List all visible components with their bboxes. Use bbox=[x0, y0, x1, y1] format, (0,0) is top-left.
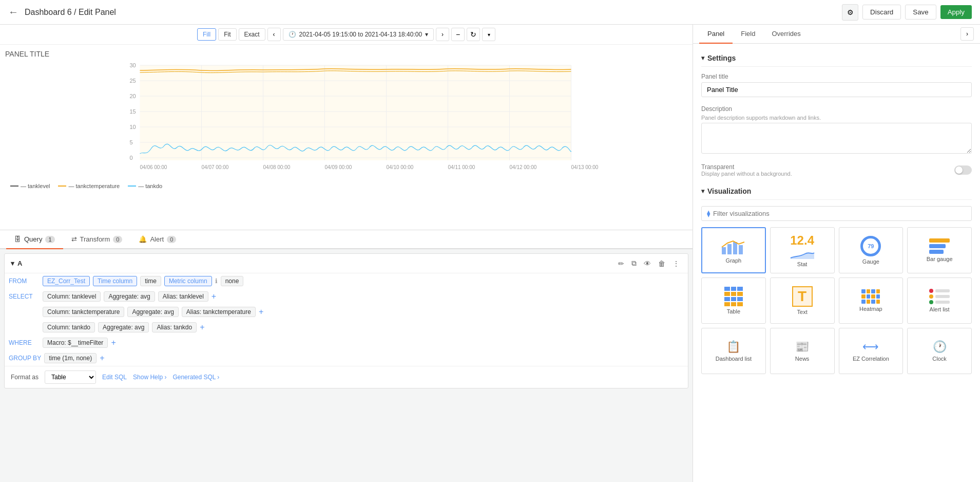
stat-viz-value: 12.4 bbox=[790, 233, 814, 248]
settings-button[interactable]: ⚙ bbox=[842, 4, 858, 21]
agg3-chip[interactable]: Aggregate: avg bbox=[98, 322, 149, 332]
description-textarea[interactable] bbox=[701, 123, 972, 154]
svg-rect-7 bbox=[140, 65, 571, 160]
viz-card-heatmap[interactable]: Heatmap bbox=[839, 277, 904, 324]
viz-card-graph[interactable]: Graph bbox=[701, 227, 766, 273]
visualization-section-header[interactable]: ▾ Visualization bbox=[701, 183, 972, 200]
main-layout: Fill Fit Exact ‹ 🕐 2021-04-05 19:15:00 t… bbox=[0, 25, 980, 482]
fill-button[interactable]: Fill bbox=[197, 28, 216, 41]
zoom-out-button[interactable]: − bbox=[451, 28, 465, 41]
transparent-toggle[interactable] bbox=[954, 165, 972, 175]
svg-text:5: 5 bbox=[130, 139, 133, 145]
toggle-visibility-button[interactable]: 👁 bbox=[642, 258, 653, 269]
tab-alert[interactable]: 🔔 Alert 0 bbox=[130, 230, 184, 249]
discard-button[interactable]: Discard bbox=[862, 5, 901, 20]
filter-viz-input[interactable] bbox=[713, 210, 966, 217]
viz-card-stat[interactable]: 12.4 Stat bbox=[770, 227, 835, 273]
settings-section-header[interactable]: ▾ Settings bbox=[701, 50, 972, 67]
where-value-chip[interactable]: Macro: $__timeFilter bbox=[43, 338, 108, 348]
edit-sql-link[interactable]: Edit SQL bbox=[102, 374, 127, 381]
col2-chip[interactable]: Column: tankctemperature bbox=[43, 307, 124, 317]
time-range-selector[interactable]: 🕐 2021-04-05 19:15:00 to 2021-04-13 18:4… bbox=[283, 28, 434, 41]
panel-title-input[interactable] bbox=[701, 82, 972, 97]
viz-card-clock[interactable]: 🕐 Clock bbox=[907, 328, 972, 374]
format-select[interactable]: Table Time series bbox=[45, 370, 96, 384]
alias2-chip[interactable]: Alias: tankctemperature bbox=[182, 307, 256, 317]
right-tab-panel[interactable]: Panel bbox=[699, 25, 733, 44]
svg-rect-30 bbox=[722, 247, 726, 254]
add-where-button[interactable]: + bbox=[111, 338, 116, 347]
refresh-button[interactable]: ↻ bbox=[467, 28, 480, 41]
agg2-chip[interactable]: Aggregate: avg bbox=[127, 307, 178, 317]
transparent-label: Transparent bbox=[701, 163, 792, 171]
viz-card-gauge[interactable]: 79 Gauge bbox=[839, 227, 904, 273]
edit-query-button[interactable]: ✏ bbox=[616, 258, 626, 269]
metric-column-label-chip[interactable]: Metric column bbox=[164, 276, 212, 286]
query-badge: 1 bbox=[45, 236, 54, 243]
generated-sql-link[interactable]: Generated SQL › bbox=[172, 374, 219, 381]
filter-visualizations[interactable]: ⧫ bbox=[701, 206, 972, 221]
chart-area: Fill Fit Exact ‹ 🕐 2021-04-05 19:15:00 t… bbox=[0, 25, 693, 230]
svg-text:30: 30 bbox=[130, 62, 136, 68]
viz-card-text[interactable]: T Text bbox=[770, 277, 835, 324]
alias3-chip[interactable]: Alias: tankdo bbox=[152, 322, 197, 332]
copy-query-button[interactable]: ⧉ bbox=[629, 258, 639, 269]
dashboard-list-viz-label: Dashboard list bbox=[716, 356, 752, 362]
viz-card-table[interactable]: Table bbox=[701, 277, 766, 324]
time-column-value-chip[interactable]: time bbox=[140, 276, 161, 286]
chart-svg: 30 25 20 15 10 5 0 bbox=[5, 61, 687, 179]
viz-card-alert-list[interactable]: Alert list bbox=[907, 277, 972, 324]
add-group-by-button[interactable]: + bbox=[100, 354, 104, 363]
show-help-link[interactable]: Show Help › bbox=[133, 374, 166, 381]
from-row: FROM EZ_Corr_Test Time column time Metri… bbox=[5, 273, 688, 289]
col1-chip[interactable]: Column: tanklevel bbox=[43, 291, 101, 302]
chart-inner: PANEL TITLE 30 25 20 15 10 5 0 bbox=[0, 45, 693, 193]
expand-panel-button[interactable]: › bbox=[960, 27, 974, 41]
news-viz-label: News bbox=[795, 356, 810, 362]
more-query-button[interactable]: ⋮ bbox=[670, 258, 682, 269]
svg-rect-31 bbox=[727, 244, 732, 254]
viz-chevron-icon: ▾ bbox=[701, 188, 704, 195]
viz-card-ez-correlation[interactable]: ⟷ EZ Correlation bbox=[839, 328, 904, 374]
info-icon: ℹ bbox=[215, 277, 218, 285]
section-collapse-icon[interactable]: ▾ bbox=[11, 259, 14, 267]
transform-icon: ⇄ bbox=[71, 235, 77, 243]
viz-card-bar-gauge[interactable]: Bar gauge bbox=[907, 227, 972, 273]
add-col2-button[interactable]: + bbox=[259, 307, 263, 317]
add-col1-button[interactable]: + bbox=[212, 292, 216, 301]
query-panel: 🗄 Query 1 ⇄ Transform 0 🔔 Alert 0 bbox=[0, 230, 693, 482]
select-label: SELECT bbox=[9, 293, 40, 300]
col3-chip[interactable]: Column: tankdo bbox=[43, 322, 95, 332]
clock-viz-icon: 🕐 bbox=[933, 340, 947, 354]
exact-button[interactable]: Exact bbox=[239, 28, 265, 41]
save-button[interactable]: Save bbox=[905, 5, 936, 20]
from-table-chip[interactable]: EZ_Corr_Test bbox=[43, 276, 90, 286]
time-column-label-chip[interactable]: Time column bbox=[93, 276, 137, 286]
right-tab-overrides[interactable]: Overrides bbox=[763, 25, 809, 44]
tab-query[interactable]: 🗄 Query 1 bbox=[6, 230, 63, 249]
right-tab-field[interactable]: Field bbox=[733, 25, 763, 44]
right-panel-content: ▾ Settings Panel title Description Panel… bbox=[693, 44, 980, 482]
svg-text:04/07 00:00: 04/07 00:00 bbox=[202, 164, 229, 170]
next-time-button[interactable]: › bbox=[436, 28, 449, 41]
agg1-chip[interactable]: Aggregate: avg bbox=[104, 291, 155, 302]
back-button[interactable]: ← bbox=[8, 6, 18, 18]
svg-text:04/11 00:00: 04/11 00:00 bbox=[448, 164, 475, 170]
prev-time-button[interactable]: ‹ bbox=[267, 28, 281, 41]
add-col3-button[interactable]: + bbox=[200, 323, 204, 332]
tab-transform[interactable]: ⇄ Transform 0 bbox=[63, 230, 131, 249]
apply-button[interactable]: Apply bbox=[940, 5, 972, 19]
header-right: ⚙ Discard Save Apply bbox=[842, 4, 972, 21]
group-by-row: GROUP BY time (1m, none) + bbox=[5, 350, 688, 366]
delete-query-button[interactable]: 🗑 bbox=[656, 258, 667, 269]
alias1-chip[interactable]: Alias: tanklevel bbox=[158, 291, 208, 302]
settings-title: Settings bbox=[707, 54, 736, 62]
viz-card-news[interactable]: 📰 News bbox=[770, 328, 835, 374]
fit-button[interactable]: Fit bbox=[218, 28, 236, 41]
group-by-label: GROUP BY bbox=[9, 355, 41, 362]
chart-more-button[interactable]: ▾ bbox=[482, 28, 495, 41]
page-title: Dashboard 6 / Edit Panel bbox=[25, 8, 116, 17]
metric-column-value-chip[interactable]: none bbox=[221, 276, 244, 286]
group-by-value-chip[interactable]: time (1m, none) bbox=[44, 353, 97, 363]
viz-card-dashboard-list[interactable]: 📋 Dashboard list bbox=[701, 328, 766, 374]
